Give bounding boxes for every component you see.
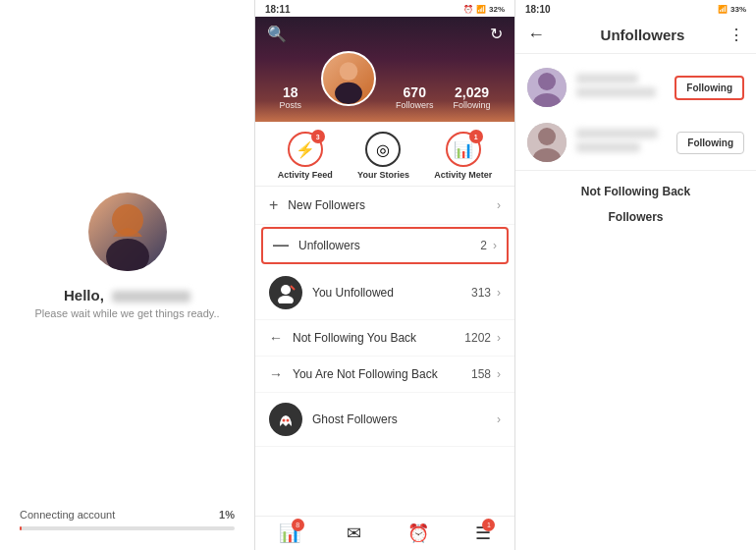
tab-menu[interactable]: ☰ 1 [475, 522, 491, 544]
not-following-back-section: Not Following Back [515, 170, 756, 204]
your-stories-icon: ◎ [365, 132, 401, 167]
not-following-back-label: Not Following You Back [293, 331, 464, 345]
back-button[interactable]: ← [527, 25, 545, 45]
not-following-back-heading: Not Following Back [527, 185, 744, 198]
svg-line-6 [291, 286, 295, 290]
tab-clock[interactable]: ⏰ [407, 522, 429, 544]
user2-name [576, 129, 667, 156]
greeting-text: Hello, [64, 287, 190, 303]
loading-panel: Hello, Please wait while we get things r… [0, 0, 255, 550]
your-stories-item[interactable]: ◎ Your Stories [357, 132, 409, 180]
clock-icon: ⏰ [407, 522, 429, 544]
svg-point-2 [340, 62, 358, 81]
user1-following-button[interactable]: Following [675, 76, 744, 100]
user2-following-button[interactable]: Following [676, 132, 744, 154]
unfollowers-title: Unfollowers [557, 27, 729, 43]
svg-point-3 [335, 82, 362, 104]
svg-point-4 [281, 285, 291, 295]
stats-badge: 8 [292, 519, 304, 531]
your-stories-label: Your Stories [357, 170, 409, 180]
battery-icon: 32% [489, 5, 505, 14]
user2-name-line1 [576, 129, 658, 138]
followers-label: Followers [396, 100, 434, 110]
not-following-back-count: 1202 [464, 331, 491, 345]
more-options-button[interactable]: ⋮ [729, 26, 744, 44]
following-stat: 2,029 Following [454, 84, 491, 110]
you-unfollowed-icon [269, 276, 302, 309]
activity-meter-badge: 1 [469, 130, 483, 143]
unfollowers-panel: 18:10 📶 33% ← Unfollowers ⋮ Foll [515, 0, 756, 550]
chevron-icon-2: › [493, 239, 497, 252]
user2-avatar [527, 123, 567, 162]
avatar [88, 192, 167, 271]
search-icon[interactable]: 🔍 [267, 25, 287, 43]
activity-feed-icon: ⚡ 3 [288, 132, 323, 167]
activity-feed-badge: 3 [311, 130, 325, 143]
activity-meter-item[interactable]: 📊 1 Activity Meter [434, 132, 492, 180]
user2-name-line2 [576, 142, 640, 152]
connecting-label: Connecting account [20, 509, 115, 521]
activity-feed-item[interactable]: ⚡ 3 Activity Feed [278, 132, 333, 180]
new-followers-item[interactable]: + New Followers › [255, 187, 514, 225]
posts-count: 18 [279, 84, 301, 100]
tab-stats[interactable]: 📊 8 [279, 522, 300, 544]
following-count: 2,029 [454, 84, 491, 100]
followers-section: Followers [515, 204, 756, 230]
status-icons: ⏰ 📶 32% [463, 5, 505, 14]
minus-icon: — [273, 237, 289, 254]
unfollowers-label: Unfollowers [298, 239, 480, 252]
activity-meter-label: Activity Meter [434, 170, 492, 180]
you-unfollowed-item[interactable]: You Unfollowed 313 › [255, 266, 514, 320]
plus-icon: + [269, 196, 278, 214]
signal-icon: 📶 [476, 5, 486, 14]
chevron-icon: › [497, 198, 501, 212]
progress-bar-fill [20, 526, 22, 530]
following-label: Following [454, 100, 491, 110]
status-bar: 18:11 ⏰ 📶 32% [255, 0, 514, 17]
user1-name [576, 74, 665, 101]
refresh-icon[interactable]: ↻ [490, 25, 503, 43]
chevron-icon-4: › [497, 331, 501, 345]
menu-list: + New Followers › — Unfollowers 2 › You … [255, 187, 514, 516]
svg-point-7 [283, 419, 286, 422]
svg-point-5 [278, 296, 294, 303]
unfollowers-header: ← Unfollowers ⋮ [515, 17, 756, 54]
svg-point-8 [287, 419, 290, 422]
unfollowers-count: 2 [480, 239, 487, 252]
not-following-back-item[interactable]: ← Not Following You Back 1202 › [255, 320, 514, 357]
not-following-count: 158 [471, 367, 491, 381]
connecting-percent: 1% [219, 509, 235, 521]
alarm-icon: ⏰ [463, 5, 473, 14]
posts-label: Posts [279, 100, 301, 110]
you-unfollowed-label: You Unfollowed [312, 286, 471, 300]
not-following-item[interactable]: → You Are Not Following Back 158 › [255, 357, 514, 393]
main-app-panel: 18:11 ⏰ 📶 32% 🔍 ↻ 18 Posts 670 [255, 0, 515, 550]
activity-feed-label: Activity Feed [278, 170, 333, 180]
connecting-bar-area: Connecting account 1% [20, 509, 235, 530]
tab-messages[interactable]: ✉ [347, 522, 361, 544]
unfollowers-item[interactable]: — Unfollowers 2 › [261, 227, 509, 264]
bottom-tabs: 📊 8 ✉ ⏰ ☰ 1 [255, 516, 514, 550]
chevron-icon-6: › [497, 412, 501, 426]
user1-name-line2 [576, 87, 656, 97]
followers-count: 670 [396, 84, 434, 100]
unfollow-list: Following Following Not Following Back [515, 54, 756, 550]
messages-icon: ✉ [347, 522, 361, 544]
right-status-icons: 📶 33% [718, 5, 746, 14]
right-status-bar: 18:10 📶 33% [515, 0, 756, 17]
progress-bar-background [20, 526, 235, 530]
activity-meter-icon: 📊 1 [446, 132, 481, 167]
profile-avatar [321, 51, 376, 106]
profile-header: 🔍 ↻ 18 Posts 670 Followers 2,029 Followi… [255, 17, 514, 122]
right-signal-icon: 📶 [718, 5, 728, 14]
status-time: 18:11 [265, 4, 291, 15]
ghost-followers-label: Ghost Followers [312, 412, 497, 426]
arrow-left-icon: ← [269, 330, 283, 346]
username-blurred [112, 291, 190, 302]
ghost-followers-item[interactable]: Ghost Followers › [255, 393, 514, 447]
posts-stat: 18 Posts [279, 84, 301, 110]
svg-point-13 [538, 128, 556, 145]
chevron-icon-5: › [497, 367, 501, 381]
user1-name-line1 [576, 74, 638, 83]
new-followers-label: New Followers [288, 198, 497, 212]
